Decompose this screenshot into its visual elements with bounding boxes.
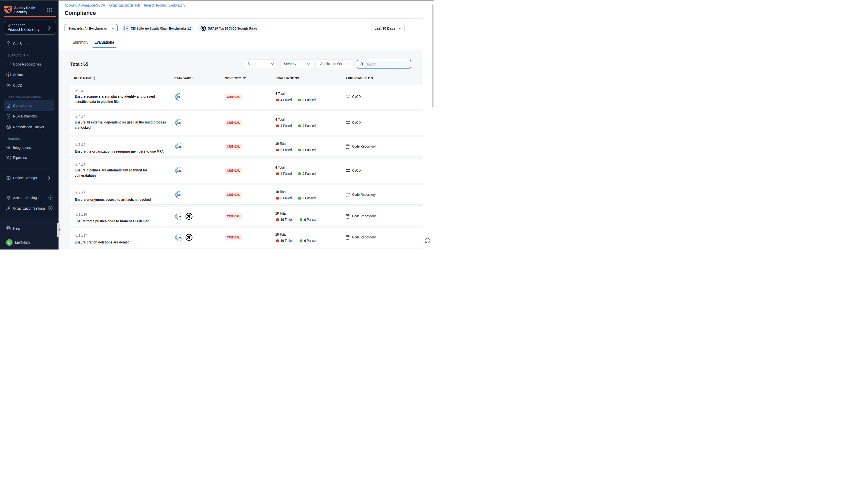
svg-text:CIS: CIS: [177, 215, 181, 218]
svg-text:CIS: CIS: [124, 27, 128, 29]
svg-text:CIS: CIS: [177, 145, 181, 148]
svg-text:CIS: CIS: [177, 193, 181, 196]
svg-text:CIS: CIS: [177, 95, 181, 98]
svg-text:CIS: CIS: [177, 169, 181, 172]
svg-text:CIS: CIS: [177, 236, 181, 239]
svg-text:CIS: CIS: [177, 121, 181, 124]
